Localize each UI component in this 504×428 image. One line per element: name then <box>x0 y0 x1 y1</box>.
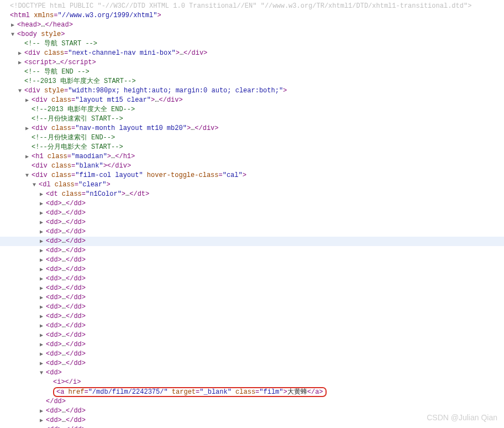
dd-collapsed[interactable]: <dd></dd> <box>0 349 504 359</box>
head-collapsed[interactable]: <head></head> <box>0 20 504 30</box>
doctype-line: <!DOCTYPE html PUBLIC "-//W3C//DTD XHTML… <box>0 2 504 11</box>
script-collapsed[interactable]: <script></script> <box>0 58 504 67</box>
div-blank: <div class="blank"></div> <box>0 161 504 171</box>
expand-arrow[interactable] <box>40 321 46 331</box>
dd-collapsed[interactable]: <dd></dd> <box>0 340 504 349</box>
comment-monthidx-end: <!--月份快速索引 END--> <box>0 133 504 143</box>
expand-arrow[interactable] <box>11 30 17 39</box>
dd-collapsed[interactable]: <dd></dd> <box>0 406 504 416</box>
dd-expanded-close: </dd> <box>0 397 504 406</box>
expand-arrow[interactable] <box>40 331 46 340</box>
expand-arrow[interactable] <box>40 416 46 425</box>
dd-collapsed[interactable]: <dd></dd> <box>0 284 504 293</box>
expand-arrow[interactable] <box>40 190 46 199</box>
dl-clear-open[interactable]: <dl class="clear"> <box>0 180 504 190</box>
dd-collapsed[interactable]: <dd></dd> <box>0 293 504 302</box>
dd-collapsed[interactable]: <dd></dd> <box>0 312 504 321</box>
div-nav-collapsed[interactable]: <div class="next-channel-nav mini-box"><… <box>0 49 504 58</box>
expand-arrow[interactable] <box>40 359 46 368</box>
expand-arrow[interactable] <box>40 255 46 265</box>
dd-collapsed[interactable]: <dd></dd> <box>0 237 504 246</box>
dd-collapsed[interactable]: <dd></dd> <box>0 274 504 284</box>
div-nav-month[interactable]: <div class="nav-month layout mt10 mb20">… <box>0 124 504 133</box>
expand-arrow[interactable] <box>18 49 24 58</box>
body-open[interactable]: <body style> <box>0 30 504 39</box>
expand-arrow[interactable] <box>40 265 46 274</box>
expand-arrow[interactable] <box>25 171 32 180</box>
expand-arrow[interactable] <box>40 208 46 218</box>
anchor-line[interactable]: <a href="/mdb/film/2242375/" target="_bl… <box>0 387 504 397</box>
dd-collapsed[interactable]: <dd></dd> <box>0 425 504 428</box>
expand-arrow[interactable] <box>40 199 46 208</box>
dd-collapsed[interactable]: <dd></dd> <box>0 199 504 208</box>
comment-monthfilm-start: <!--分月电影大全 START--> <box>0 143 504 152</box>
dd-collapsed[interactable]: <dd></dd> <box>0 416 504 425</box>
expand-arrow[interactable] <box>40 406 46 416</box>
expand-arrow[interactable] <box>40 425 46 428</box>
expand-arrow[interactable] <box>25 124 32 133</box>
expand-arrow[interactable] <box>40 246 46 255</box>
comment-2013-start: <!--2013 电影年度大全 START--> <box>0 77 504 86</box>
expand-arrow[interactable] <box>18 86 24 96</box>
dd-collapsed[interactable]: <dd></dd> <box>0 331 504 340</box>
expand-arrow[interactable] <box>40 302 46 312</box>
dd-collapsed[interactable]: <dd></dd> <box>0 227 504 237</box>
highlighted-anchor[interactable]: <a href="/mdb/film/2242375/" target="_bl… <box>53 387 327 397</box>
div-layout-mt15[interactable]: <div class="layout mt15 clear"></div> <box>0 96 504 105</box>
expand-arrow[interactable] <box>40 293 46 302</box>
expand-arrow[interactable] <box>11 20 17 30</box>
expand-arrow[interactable] <box>40 349 46 359</box>
expand-arrow[interactable] <box>25 96 32 105</box>
expand-arrow[interactable] <box>18 58 24 67</box>
h1-maodian[interactable]: <h1 class="maodian"></h1> <box>0 152 504 161</box>
comment-monthidx-start: <!--月份快速索引 START--> <box>0 114 504 124</box>
expand-arrow[interactable] <box>40 312 46 321</box>
dd-expanded-open[interactable]: <dd> <box>0 368 504 378</box>
div-filmcol-open[interactable]: <div class="film-col layout" hover-toggl… <box>0 171 504 180</box>
div-980-open[interactable]: <div style="width:980px; height:auto; ma… <box>0 86 504 96</box>
html-open: <html xmlns="//www.w3.org/1999/xhtml"> <box>0 11 504 20</box>
expand-arrow[interactable] <box>33 180 39 190</box>
comment-nav-end: <!-- 导航 END --> <box>0 67 504 77</box>
expand-arrow[interactable] <box>25 152 32 161</box>
expand-arrow[interactable] <box>40 284 46 293</box>
expand-arrow[interactable] <box>40 218 46 227</box>
dd-collapsed[interactable]: <dd></dd> <box>0 265 504 274</box>
comment-nav-start: <!-- 导航 START --> <box>0 39 504 49</box>
expand-arrow[interactable] <box>40 237 46 246</box>
expand-arrow[interactable] <box>40 274 46 284</box>
expand-arrow[interactable] <box>40 368 46 378</box>
comment-2013-end: <!--2013 电影年度大全 END--> <box>0 105 504 114</box>
expand-arrow[interactable] <box>40 227 46 237</box>
i-empty: <i></i> <box>0 378 504 387</box>
dd-collapsed[interactable]: <dd></dd> <box>0 302 504 312</box>
dd-collapsed[interactable]: <dd></dd> <box>0 246 504 255</box>
expand-arrow[interactable] <box>40 340 46 349</box>
dd-collapsed[interactable]: <dd></dd> <box>0 208 504 218</box>
dd-collapsed[interactable]: <dd></dd> <box>0 359 504 368</box>
dd-collapsed[interactable]: <dd></dd> <box>0 218 504 227</box>
dd-collapsed[interactable]: <dd></dd> <box>0 321 504 331</box>
dt-n1color[interactable]: <dt class="n1Color"></dt> <box>0 190 504 199</box>
dd-collapsed[interactable]: <dd></dd> <box>0 255 504 265</box>
